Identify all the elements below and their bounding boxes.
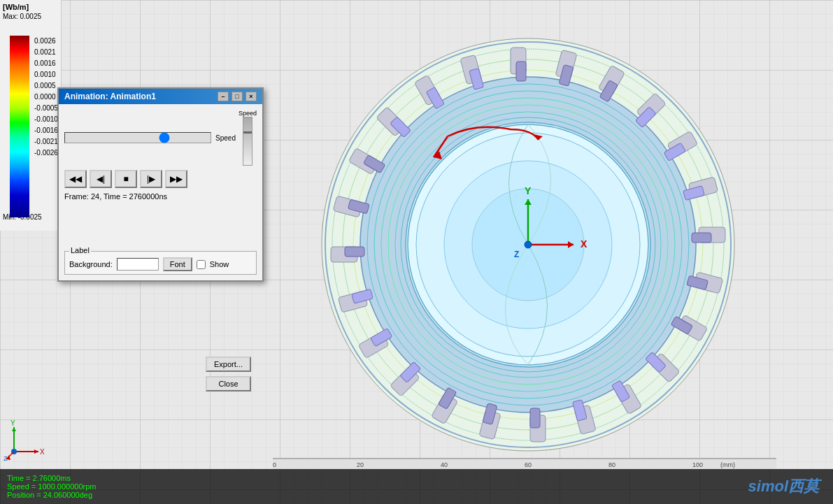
logo: simol西莫 xyxy=(748,476,819,497)
y-axis-label: Y xyxy=(10,420,15,427)
playback-controls: ◀◀ ◀| ■ |▶ ▶▶ xyxy=(64,170,257,188)
step-back-button[interactable]: ◀| xyxy=(90,170,112,188)
legend-val-8: -0.0016 xyxy=(34,125,58,136)
rewind-button[interactable]: ◀◀ xyxy=(64,170,87,188)
legend-val-4: 0.0005 xyxy=(34,80,58,92)
speed-label: Speed xyxy=(215,134,236,142)
background-label: Background: xyxy=(69,260,113,268)
color-legend: [Wb/m] Max: 0.0025 0.0026 0.0021 0.0016 … xyxy=(0,0,62,231)
legend-val-9: -0.0021 xyxy=(34,136,58,147)
show-checkbox[interactable] xyxy=(197,260,206,269)
svg-text:20: 20 xyxy=(357,461,364,468)
svg-rect-55 xyxy=(530,408,540,428)
svg-text:80: 80 xyxy=(608,461,615,468)
dialog-title: Animation: Animation1 xyxy=(64,92,156,101)
legend-val-10: -0.0026 xyxy=(34,147,58,159)
legend-labels: 0.0026 0.0021 0.0016 0.0010 0.0005 0.000… xyxy=(34,36,58,159)
svg-text:Y: Y xyxy=(525,185,532,196)
legend-val-2: 0.0016 xyxy=(34,58,58,69)
font-button[interactable]: Font xyxy=(163,257,192,271)
titlebar-buttons: – □ × xyxy=(218,92,257,101)
status-position: Position = 24.060000deg xyxy=(7,491,826,499)
svg-point-73 xyxy=(525,241,532,248)
export-button[interactable]: Export... xyxy=(206,357,251,372)
svg-text:(mm): (mm) xyxy=(720,461,735,468)
svg-rect-49 xyxy=(692,233,711,243)
svg-text:60: 60 xyxy=(525,461,532,468)
label-section: Label Background: Font Show xyxy=(64,251,257,275)
legend-val-6: -0.0005 xyxy=(34,103,58,114)
stop-button[interactable]: ■ xyxy=(115,170,137,188)
close-button[interactable]: Close xyxy=(206,376,251,391)
restore-button[interactable]: □ xyxy=(232,92,243,101)
label-section-title: Label xyxy=(69,246,91,254)
legend-val-0: 0.0026 xyxy=(34,36,58,47)
svg-rect-61 xyxy=(345,247,364,257)
svg-marker-81 xyxy=(12,427,16,431)
legend-val-1: 0.0021 xyxy=(34,47,58,58)
svg-text:100: 100 xyxy=(692,461,703,468)
label-row: Background: Font Show xyxy=(69,257,252,271)
status-bar: Time = 2.76000ms Speed = 1000.000000rpm … xyxy=(0,469,833,504)
animation-dialog: Animation: Animation1 – □ × Speed Speed … xyxy=(57,87,264,282)
legend-val-5: 0.0000 xyxy=(34,92,58,103)
frame-info: Frame: 24, Time = 2760000ns xyxy=(64,192,257,201)
x-axis-label: X xyxy=(40,448,45,456)
step-forward-button[interactable]: |▶ xyxy=(140,170,162,188)
legend-max: Max: 0.0025 xyxy=(3,13,58,20)
logo-text: simol西莫 xyxy=(748,477,819,495)
legend-gradient-bar xyxy=(10,36,29,217)
show-label: Show xyxy=(210,260,229,268)
legend-val-7: -0.0010 xyxy=(34,114,58,125)
status-speed: Speed = 1000.000000rpm xyxy=(7,482,826,491)
svg-text:40: 40 xyxy=(441,461,448,468)
forward-button[interactable]: ▶▶ xyxy=(165,170,187,188)
speed-slider-vertical[interactable] xyxy=(243,117,252,166)
legend-val-3: 0.0010 xyxy=(34,69,58,80)
svg-text:0: 0 xyxy=(273,461,276,468)
svg-rect-43 xyxy=(516,62,526,81)
close-dialog-button[interactable]: × xyxy=(245,92,257,101)
action-buttons-area: Export... Close xyxy=(64,206,257,248)
coord-axes-view: X Y Z xyxy=(3,420,45,462)
background-input[interactable] xyxy=(117,258,159,271)
minimize-button[interactable]: – xyxy=(218,92,229,101)
bottom-ruler: 0 20 40 60 80 100 (mm) xyxy=(273,458,776,469)
frame-slider[interactable] xyxy=(64,132,211,143)
speed-label-text: Speed xyxy=(238,110,257,117)
dialog-titlebar[interactable]: Animation: Animation1 – □ × xyxy=(59,89,262,104)
dialog-body: Speed Speed ◀◀ ◀| ■ |▶ ▶▶ Frame: 24, Tim… xyxy=(59,104,262,280)
svg-marker-79 xyxy=(34,449,38,454)
status-time: Time = 2.76000ms xyxy=(7,474,826,482)
legend-title: [Wb/m] xyxy=(3,3,58,11)
svg-text:Z: Z xyxy=(514,250,519,259)
svg-text:X: X xyxy=(581,238,588,250)
slider-area: Speed Speed xyxy=(64,110,257,166)
